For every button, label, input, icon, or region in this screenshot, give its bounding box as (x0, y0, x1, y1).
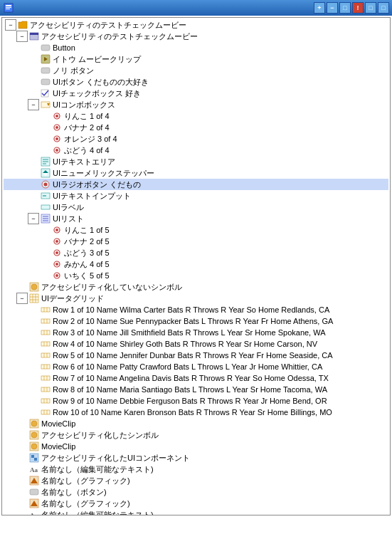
symbol-icon (28, 430, 40, 440)
tb-minimize-btn[interactable]: □ (365, 2, 376, 14)
tree-item[interactable]: りんこ 1 of 4 (4, 110, 388, 122)
tree-item[interactable]: ノリ ボタン (4, 65, 388, 76)
tree-leaf-spacer (39, 122, 51, 133)
tree-item[interactable]: Row 2 of 10 Name Sue Pennypacker Bats L … (4, 315, 388, 327)
svg-point-45 (55, 263, 58, 266)
svg-rect-67 (41, 353, 50, 357)
tree-item-label: UIラベル (53, 202, 84, 213)
svg-text:Aa: Aa (30, 466, 38, 473)
tree-item[interactable]: アクセシビリティ化したシンボル (4, 429, 388, 441)
tree-item-label: UIコンボボックス (53, 100, 115, 110)
tree-leaf-spacer (28, 361, 39, 372)
tree-item[interactable]: イトウ ムービークリップ (4, 53, 388, 65)
text-input-icon (40, 191, 51, 201)
tree-expander[interactable] (28, 213, 39, 224)
svg-rect-10 (41, 79, 50, 85)
tree-item[interactable]: Row 4 of 10 Name Shirley Goth Bats R Thr… (4, 338, 388, 350)
tree-item[interactable]: Row 3 of 10 Name Jill Smithfield Bats R … (4, 327, 388, 338)
tree-item[interactable]: Row 9 of 10 Name Debbie Ferguson Bats R … (4, 395, 388, 407)
svg-rect-2 (6, 7, 11, 8)
tree-item[interactable]: みかん 4 of 5 (4, 258, 388, 270)
stepper-icon (40, 168, 51, 178)
tree-item[interactable]: UIラジオボタン くだもの (4, 179, 388, 190)
tree-item[interactable]: バナナ 2 of 5 (4, 236, 388, 247)
svg-rect-93 (34, 458, 37, 461)
tree-item-label: Row 10 of 10 Name Karen Bronson Bats R T… (53, 408, 332, 417)
tree-expander[interactable] (5, 19, 16, 31)
symbol-icon (28, 441, 40, 451)
component-icon (28, 453, 40, 463)
tb-add-btn[interactable]: + (314, 2, 325, 14)
svg-rect-58 (41, 319, 50, 323)
list-item-icon (51, 134, 63, 144)
tree-item[interactable]: アクセシビリティのテストチェックムービー (4, 19, 388, 31)
tree-item[interactable]: UIデータグリッド (4, 293, 388, 304)
tree-item[interactable]: UIリスト (4, 213, 388, 224)
tree-item[interactable]: UIチェックボックス 好き (4, 88, 388, 99)
tree-expander[interactable] (16, 293, 28, 304)
svg-point-39 (55, 229, 58, 231)
tree-item[interactable]: UIコンボボックス (4, 99, 388, 110)
tree-item[interactable]: Aa名前なし（編集可能なテキスト) (4, 464, 388, 475)
title-bar: + − □ ! □ □ (0, 0, 392, 16)
tree-leaf-spacer (16, 486, 28, 498)
tb-alert-btn[interactable]: ! (352, 2, 364, 14)
tree-item[interactable]: Row 5 of 10 Name Jennifer Dunbar Bats R … (4, 350, 388, 361)
tree-item-label: アクセシビリティのテストチェックムービー (41, 31, 198, 42)
tree-item[interactable]: Aa名前なし（編集可能なテキスト) (4, 509, 388, 515)
tree-item[interactable]: Row 1 of 10 Name Wilma Carter Bats R Thr… (4, 304, 388, 315)
tree-item[interactable]: MovieClip (4, 441, 388, 452)
svg-rect-6 (41, 45, 50, 51)
tree-item[interactable]: りんこ 1 of 5 (4, 224, 388, 236)
tree-item[interactable]: UIテキストエリア (4, 156, 388, 167)
tree-item[interactable]: 名前なし（グラフィック) (4, 498, 388, 509)
tb-box-btn[interactable]: □ (339, 2, 351, 14)
tree-expander[interactable] (28, 99, 39, 110)
tree-item-label: ノリ ボタン (53, 66, 94, 76)
svg-rect-79 (41, 399, 50, 403)
tree-leaf-spacer (28, 179, 39, 190)
tree-item-label: 名前なし（ボタン) (41, 487, 107, 498)
tree-item[interactable]: Row 6 of 10 Name Patty Crawford Bats L T… (4, 361, 388, 372)
tree-item[interactable]: UIニューメリックステッパー (4, 167, 388, 179)
tree-leaf-spacer (16, 498, 28, 509)
tree-item[interactable]: アクセシビリティ化したUIコンポーネント (4, 452, 388, 464)
list-item-icon (51, 271, 63, 281)
tree-item-label: UIリスト (53, 214, 84, 224)
movie-icon (40, 54, 51, 64)
tree-leaf-spacer (39, 247, 51, 258)
tree-item[interactable]: オレンジ 3 of 4 (4, 133, 388, 145)
tree-item[interactable]: ぶどう 4 of 4 (4, 145, 388, 156)
tree-item[interactable]: ぶどう 3 of 5 (4, 247, 388, 258)
tree-item[interactable]: Button (4, 42, 388, 53)
tb-maximize-btn[interactable]: □ (378, 2, 389, 14)
tree-item[interactable]: UIテキストインプット (4, 190, 388, 201)
tree-item-label: オレンジ 3 of 4 (64, 134, 117, 145)
tree-item-label: 名前なし（編集可能なテキスト) (41, 510, 154, 516)
tree-leaf-spacer (28, 76, 39, 88)
tree-item[interactable]: UIラベル (4, 201, 388, 213)
tb-minus-btn[interactable]: − (327, 2, 338, 14)
aa-icon: Aa (28, 464, 40, 474)
svg-point-41 (55, 240, 58, 243)
tree-expander[interactable] (16, 31, 28, 42)
tree-item[interactable]: MovieClip (4, 418, 388, 429)
svg-rect-5 (30, 33, 38, 35)
tree-item[interactable]: Row 8 of 10 Name Maria Santiago Bats L T… (4, 384, 388, 395)
list-item-icon (51, 145, 63, 155)
tree-item[interactable]: 名前なし（グラフィック) (4, 475, 388, 486)
tree-item[interactable]: アクセシビリティ化していないシンボル (4, 281, 388, 293)
tree-item[interactable]: Row 10 of 10 Name Karen Bronson Bats R T… (4, 407, 388, 418)
tree-item[interactable]: バナナ 2 of 4 (4, 122, 388, 133)
tree-item-label: UIラジオボタン くだもの (53, 179, 141, 190)
tree-leaf-spacer (16, 429, 28, 441)
tree-item[interactable]: UIボタン くだものの大好き (4, 76, 388, 88)
tree-item[interactable]: いちく 5 of 5 (4, 270, 388, 281)
tree-item[interactable]: アクセシビリティのテストチェックムービー (4, 31, 388, 42)
tree-leaf-spacer (28, 395, 39, 407)
grid-row-icon (40, 373, 51, 383)
tree-item[interactable]: Row 7 of 10 Name Angelina Davis Bats R T… (4, 372, 388, 384)
tree-item-label: ぶどう 4 of 4 (64, 145, 110, 156)
grid-row-icon (40, 305, 51, 315)
tree-item[interactable]: 名前なし（ボタン) (4, 486, 388, 498)
